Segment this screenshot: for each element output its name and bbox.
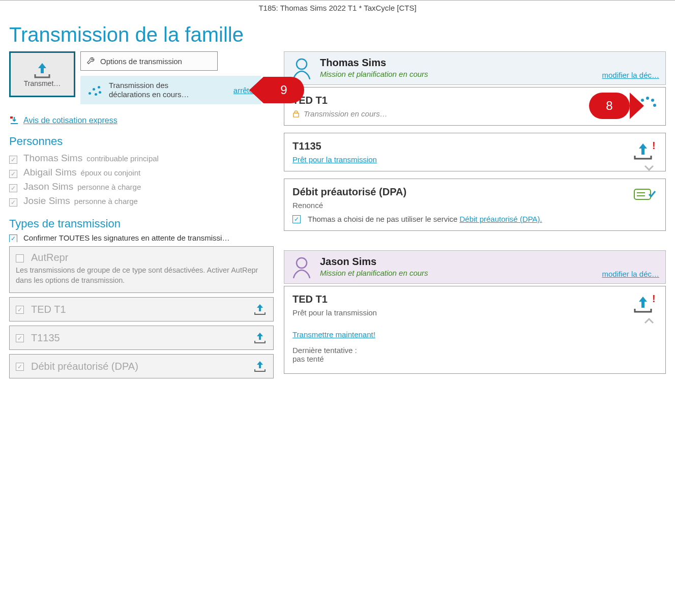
checkbox-icon[interactable] [16, 363, 24, 371]
status-text: Transmission des déclarations en cours… [109, 81, 211, 99]
person-header-thomas: Thomas Sims Mission et planification en … [284, 51, 666, 85]
checkbox-icon[interactable] [9, 156, 17, 164]
checkbox-icon[interactable] [9, 184, 17, 192]
last-attempt-label: Dernière tentative : [292, 346, 657, 355]
filing-title: T1135 [292, 140, 657, 152]
checkbox-icon[interactable] [16, 334, 24, 342]
person-row[interactable]: Thomas Sims contribuable principal [9, 151, 274, 165]
checkbox-icon[interactable] [9, 170, 17, 178]
person-name: Abigail Sims [23, 167, 77, 178]
person-row[interactable]: Jason Sims personne à charge [9, 180, 274, 194]
person-row[interactable]: Josie Sims personne à charge [9, 194, 274, 208]
page-title: Transmission de la famille [9, 23, 666, 46]
options-button-label: Options de transmission [100, 57, 182, 66]
checkbox-icon[interactable] [292, 215, 301, 223]
filing-ted-t1: TED T1 Transmission en cours… 8 [284, 87, 666, 126]
svg-text:!: ! [652, 141, 656, 151]
person-role: époux ou conjoint [81, 168, 141, 177]
type-row[interactable]: TED T1 [9, 297, 274, 321]
transmit-button-label: Transmet… [24, 79, 61, 87]
filing-sub: Renoncé [292, 201, 657, 210]
upload-alert-icon: ! [632, 295, 656, 315]
avatar-icon [290, 57, 313, 79]
checkbox-icon[interactable] [9, 234, 17, 243]
transmit-button[interactable]: Transmet… [9, 51, 75, 97]
svg-text:!: ! [652, 295, 656, 304]
svg-rect-2 [294, 113, 299, 117]
callout-8: 8 [589, 93, 630, 119]
transmit-now-link[interactable]: Transmettre maintenant! [292, 330, 375, 339]
lock-icon [292, 110, 300, 118]
transmission-status: Transmission des déclarations en cours… … [80, 76, 261, 104]
filing-ready-link[interactable]: Prêt pour la transmission [292, 155, 377, 164]
panel-name: Thomas Sims [320, 57, 428, 69]
person-name: Jason Sims [23, 181, 73, 192]
type-title: T1135 [31, 332, 60, 344]
types-heading: Types de transmission [9, 217, 274, 230]
filing-sub: Prêt pour la transmission [292, 308, 657, 317]
people-heading: Personnes [9, 135, 274, 148]
type-row[interactable]: T1135 [9, 326, 274, 350]
upload-icon[interactable] [253, 303, 267, 316]
svg-point-1 [297, 59, 307, 69]
type-subtext: Les transmissions de groupe de ce type s… [16, 266, 267, 285]
panel-name: Jason Sims [320, 256, 428, 268]
modify-link[interactable]: modifier la déc… [602, 71, 659, 79]
panel-status: Mission et planification en cours [320, 269, 428, 277]
type-title: Débit préautorisé (DPA) [31, 361, 138, 372]
type-title: TED T1 [31, 304, 66, 315]
svg-rect-0 [10, 116, 13, 119]
options-button[interactable]: Options de transmission [80, 51, 218, 71]
person-name: Josie Sims [23, 195, 70, 207]
form-check-icon [634, 187, 656, 201]
checkbox-icon[interactable] [16, 306, 24, 314]
type-row[interactable]: Débit préautorisé (DPA) [9, 354, 274, 378]
filing-ted-t1-jason: TED T1 Prêt pour la transmission ! Trans… [284, 286, 666, 374]
person-header-jason: Jason Sims Mission et planification en c… [284, 250, 666, 284]
download-flag-icon [9, 115, 19, 126]
confirm-all-row[interactable]: Confirmer TOUTES les signatures en atten… [9, 233, 274, 242]
checkbox-icon [16, 254, 24, 262]
type-title: AutRepr [31, 252, 68, 263]
svg-point-7 [297, 258, 307, 268]
person-role: personne à charge [77, 183, 141, 191]
last-attempt-value: pas tenté [292, 355, 657, 363]
upload-alert-icon: ! [632, 141, 656, 162]
notice-link[interactable]: Avis de cotisation express [23, 116, 118, 125]
filing-dpa: Débit préautorisé (DPA) Renoncé Thomas a… [284, 179, 666, 231]
person-role: personne à charge [74, 197, 138, 206]
checkbox-icon[interactable] [9, 198, 17, 207]
filing-title: TED T1 [292, 294, 657, 305]
spinner-icon [85, 81, 104, 99]
upload-icon[interactable] [253, 360, 267, 373]
dpa-info-text: Thomas a choisi de ne pas utiliser le se… [308, 215, 459, 223]
callout-9: 9 [263, 77, 304, 103]
wrench-icon [86, 56, 95, 66]
dpa-info-row: Thomas a choisi de ne pas utiliser le se… [292, 215, 657, 223]
chevron-up-icon[interactable] [644, 318, 654, 324]
filing-sub: Transmission en cours… [304, 109, 388, 118]
person-role: contribuable principal [86, 154, 159, 163]
modify-link[interactable]: modifier la déc… [602, 270, 659, 278]
upload-icon[interactable] [253, 331, 267, 344]
person-name: Thomas Sims [23, 153, 82, 164]
panel-status: Mission et planification en cours [320, 70, 428, 78]
upload-icon [32, 61, 52, 79]
dpa-info-link[interactable]: Débit préautorisé (DPA). [459, 215, 542, 223]
chevron-down-icon[interactable] [644, 165, 654, 171]
type-disabled-box: AutRepr Les transmissions de groupe de c… [9, 246, 274, 293]
filing-title: Débit préautorisé (DPA) [292, 186, 657, 198]
confirm-label: Confirmer TOUTES les signatures en atten… [23, 233, 229, 242]
filing-t1135: T1135 Prêt pour la transmission ! [284, 133, 666, 171]
window-title: T185: Thomas Sims 2022 T1 * TaxCycle [CT… [0, 0, 675, 15]
person-row[interactable]: Abigail Sims époux ou conjoint [9, 165, 274, 180]
svg-rect-4 [634, 189, 651, 199]
avatar-icon [290, 256, 313, 278]
